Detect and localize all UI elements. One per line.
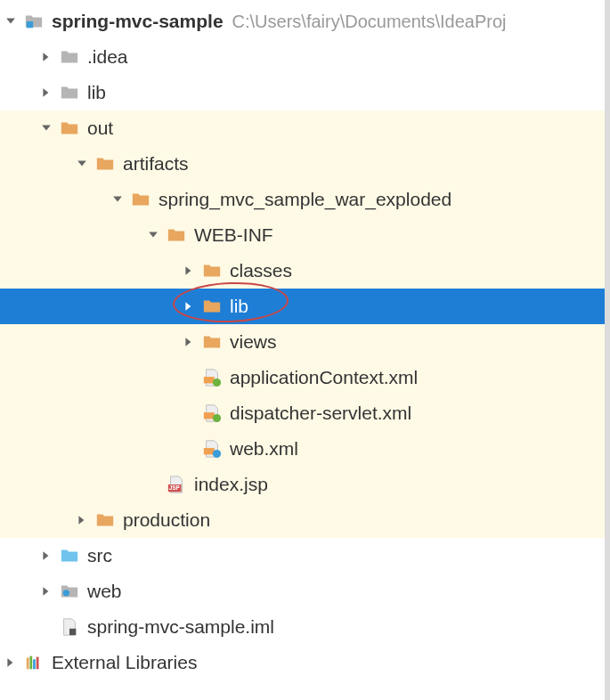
folder-icon (57, 47, 82, 67)
project-name: spring-mvc-sample (52, 11, 224, 32)
chevron-down-icon[interactable] (71, 159, 93, 169)
chevron-right-icon[interactable] (178, 265, 199, 276)
chevron-down-icon[interactable] (142, 230, 164, 240)
tree-row-dispatcher[interactable]: dispatcher-servlet.xml (0, 395, 610, 431)
chevron-right-icon[interactable] (178, 301, 199, 312)
folder-label: web (87, 581, 122, 602)
folder-icon (57, 118, 82, 138)
ext-libs-label: External Libraries (52, 652, 197, 673)
project-tree: spring-mvc-sample C:\Users\fairy\Documen… (0, 0, 610, 680)
folder-label: production (123, 509, 210, 531)
spring-config-icon (199, 368, 224, 387)
chevron-right-icon[interactable] (36, 52, 57, 62)
chevron-right-icon[interactable] (36, 550, 57, 561)
web-folder-icon (57, 582, 82, 601)
folder-icon (199, 261, 224, 281)
chevron-right-icon[interactable] (71, 515, 93, 525)
chevron-down-icon[interactable] (36, 123, 57, 134)
folder-icon (164, 225, 189, 245)
folder-label: lib (87, 82, 106, 103)
iml-file-icon (57, 617, 82, 637)
folder-label: classes (230, 260, 292, 281)
folder-label: out (87, 118, 113, 139)
chevron-down-icon[interactable] (107, 194, 128, 205)
file-label: web.xml (230, 438, 298, 460)
jsp-file-icon (164, 475, 189, 494)
tree-row-iml[interactable]: spring-mvc-sample.iml (0, 609, 610, 645)
folder-label: views (230, 331, 277, 353)
folder-icon (128, 190, 153, 209)
tree-row-ext-libs[interactable]: External Libraries (0, 645, 610, 680)
project-root-row[interactable]: spring-mvc-sample C:\Users\fairy\Documen… (0, 4, 610, 39)
file-label: spring-mvc-sample.iml (87, 616, 274, 638)
tree-row-artifacts[interactable]: artifacts (0, 146, 610, 182)
tree-row-webinf[interactable]: WEB-INF (0, 217, 610, 253)
folder-label: spring_mvc_sample_war_exploded (159, 189, 451, 210)
folder-label: lib (230, 296, 248, 317)
web-xml-icon (199, 439, 224, 459)
tree-row-lib-selected[interactable]: lib (0, 289, 610, 324)
chevron-right-icon[interactable] (36, 87, 57, 98)
tree-row-war-exploded[interactable]: spring_mvc_sample_war_exploded (0, 182, 610, 217)
folder-icon (199, 297, 224, 316)
tree-row-src[interactable]: src (0, 538, 610, 574)
chevron-right-icon[interactable] (178, 337, 199, 347)
tree-row-views[interactable]: views (0, 324, 610, 360)
chevron-right-icon[interactable] (36, 586, 57, 597)
tree-row-indexjsp[interactable]: index.jsp (0, 467, 610, 502)
module-folder-icon (21, 12, 46, 31)
file-label: applicationContext.xml (230, 367, 418, 388)
folder-label: .idea (87, 46, 128, 68)
folder-label: artifacts (123, 153, 189, 175)
folder-label: src (87, 545, 112, 566)
tree-row-out[interactable]: out (0, 110, 610, 146)
source-folder-icon (57, 546, 82, 566)
tree-row-appcontext[interactable]: applicationContext.xml (0, 360, 610, 395)
tree-row-lib[interactable]: lib (0, 75, 610, 110)
file-label: dispatcher-servlet.xml (230, 403, 411, 424)
chevron-down-icon[interactable] (0, 16, 21, 27)
folder-icon (57, 83, 82, 102)
tree-row-production[interactable]: production (0, 502, 610, 538)
tree-row-web[interactable]: web (0, 574, 610, 609)
external-libraries-icon (21, 653, 46, 672)
folder-icon (93, 510, 118, 530)
spring-config-icon (199, 403, 224, 423)
file-label: index.jsp (194, 474, 268, 495)
project-path: C:\Users\fairy\Documents\IdeaProj (232, 12, 507, 32)
folder-icon (199, 332, 224, 352)
tree-row-classes[interactable]: classes (0, 253, 610, 289)
tree-row-idea[interactable]: .idea (0, 39, 610, 75)
scrollbar[interactable] (605, 0, 610, 700)
folder-label: WEB-INF (194, 224, 273, 246)
folder-icon (93, 154, 118, 174)
tree-row-webxml[interactable]: web.xml (0, 431, 610, 467)
chevron-right-icon[interactable] (0, 657, 21, 668)
